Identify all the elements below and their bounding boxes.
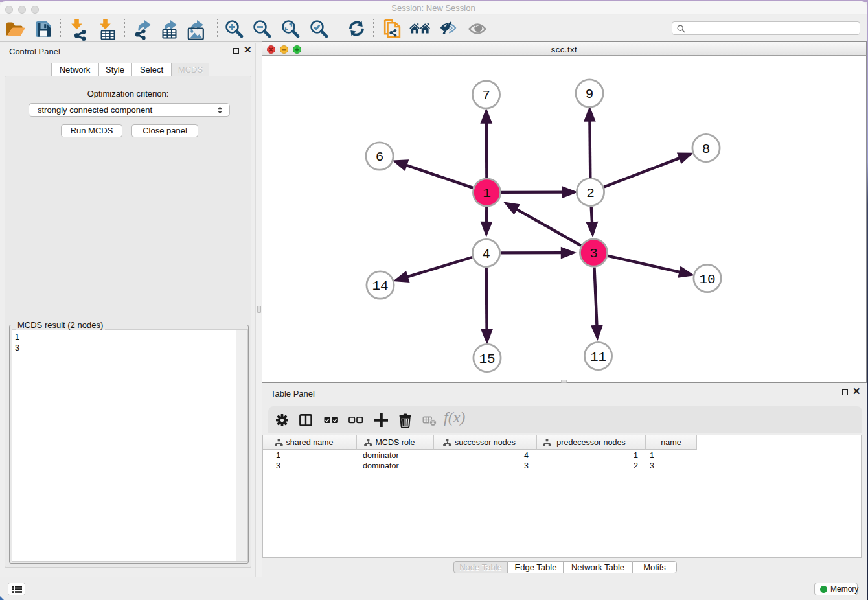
svg-text:4: 4 — [482, 247, 490, 262]
svg-text:15: 15 — [479, 352, 495, 367]
svg-text:8: 8 — [702, 142, 711, 157]
svg-text:9: 9 — [586, 87, 594, 102]
svg-text:6: 6 — [376, 150, 384, 165]
svg-text:1: 1 — [483, 186, 491, 201]
svg-text:7: 7 — [482, 88, 490, 103]
svg-text:14: 14 — [372, 279, 388, 294]
svg-text:2: 2 — [586, 186, 595, 201]
svg-text:3: 3 — [589, 246, 598, 261]
svg-text:10: 10 — [699, 272, 715, 287]
svg-text:11: 11 — [590, 350, 606, 365]
